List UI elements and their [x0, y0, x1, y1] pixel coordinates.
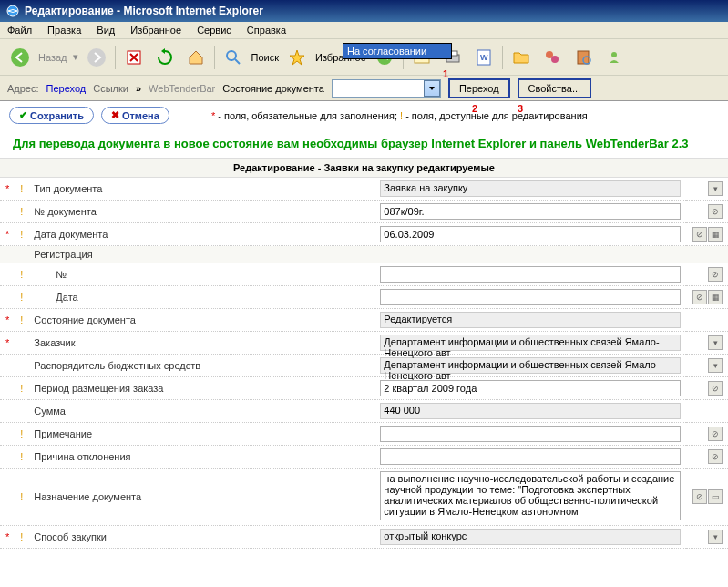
- dropdown-icon[interactable]: ▾: [708, 358, 723, 373]
- row-purpose-label: Назначение документа: [28, 469, 374, 526]
- annotation-3: 3: [518, 103, 523, 114]
- clear-icon[interactable]: ⊘: [708, 267, 723, 282]
- row-reject-label: Причина отклонения: [28, 446, 374, 469]
- stop-button[interactable]: [121, 45, 147, 70]
- row-customer-value: Департамент информации и общественных св…: [380, 335, 681, 351]
- row-budgetmgr-label: Распорядитель бюджетных средств: [28, 355, 374, 377]
- go-button[interactable]: Переход: [448, 78, 510, 98]
- row-period-label: Период размещения заказа: [28, 377, 374, 400]
- dropdown-arrow-icon[interactable]: [424, 80, 440, 97]
- svg-point-12: [551, 56, 559, 63]
- menu-tools[interactable]: Сервис: [197, 25, 231, 36]
- menu-view[interactable]: Вид: [97, 25, 115, 36]
- calendar-icon[interactable]: ▦: [708, 290, 723, 304]
- row-purpose-input[interactable]: [380, 471, 681, 520]
- clear-icon[interactable]: ⊘: [708, 427, 723, 441]
- webtenderbar-label[interactable]: WebTenderBar: [149, 83, 215, 94]
- notice-text: Для перевода документа в новое состояние…: [0, 129, 728, 158]
- cancel-button[interactable]: ✖Отмена: [101, 107, 169, 124]
- clear-icon[interactable]: ⊘: [692, 489, 707, 504]
- annotation-1: 1: [443, 68, 448, 79]
- row-state-label: Состояние документа: [28, 309, 374, 332]
- state-dropdown-list[interactable]: На согласовании: [343, 43, 452, 59]
- svg-point-4: [227, 51, 236, 60]
- row-method-value: открытый конкурс: [380, 529, 681, 545]
- row-regnum-input[interactable]: [380, 266, 681, 283]
- row-note-input[interactable]: [380, 426, 681, 442]
- properties-button[interactable]: Свойства...: [518, 78, 591, 98]
- row-budgetmgr-value: Департамент информации и общественных св…: [380, 357, 681, 374]
- content-area: ✔Сохранить ✖Отмена * - поля, обязательны…: [0, 101, 728, 549]
- svg-point-15: [611, 52, 617, 57]
- save-button[interactable]: ✔Сохранить: [9, 107, 94, 124]
- back-label[interactable]: Назад: [38, 52, 67, 63]
- calendar-icon[interactable]: ▦: [708, 227, 723, 242]
- menubar: Файл Правка Вид Избранное Сервис Справка: [0, 22, 728, 39]
- row-docnum-label: № документа: [28, 201, 374, 223]
- titlebar: Редактирование - Microsoft Internet Expl…: [0, 0, 728, 22]
- row-sum-label: Сумма: [28, 400, 374, 423]
- search-button[interactable]: [220, 45, 246, 70]
- forward-button[interactable]: [84, 45, 109, 70]
- dropdown-item[interactable]: На согласовании: [347, 46, 426, 57]
- window-title: Редактирование - Microsoft Internet Expl…: [25, 5, 263, 17]
- row-note-label: Примечание: [28, 423, 374, 446]
- expand-icon[interactable]: ▭: [708, 489, 723, 504]
- state-label: Состояние документа: [222, 83, 324, 94]
- back-button[interactable]: [7, 45, 33, 70]
- menu-favorites[interactable]: Избранное: [130, 25, 181, 36]
- row-state-value: Редактируется: [380, 312, 681, 328]
- form-table: *!Тип документаЗаявка на закупку▾ !№ док…: [0, 178, 728, 549]
- svg-point-2: [87, 48, 106, 67]
- row-regnum-label: №: [28, 263, 374, 286]
- perehod-link[interactable]: Переход: [46, 83, 87, 94]
- row-regdate-input[interactable]: [380, 289, 681, 305]
- dropdown-icon[interactable]: ▾: [708, 335, 723, 350]
- row-customer-label: Заказчик: [28, 332, 374, 355]
- row-period-input[interactable]: [380, 380, 681, 396]
- home-button[interactable]: [183, 45, 209, 70]
- svg-text:W: W: [480, 53, 488, 62]
- address-label: Адрес:: [7, 83, 39, 94]
- annotation-2: 2: [472, 103, 477, 114]
- row-regdate-label: Дата: [28, 286, 374, 309]
- dropdown-icon[interactable]: ▾: [708, 530, 723, 544]
- refresh-button[interactable]: [152, 45, 178, 70]
- menu-file[interactable]: Файл: [7, 25, 32, 36]
- row-docdate-input[interactable]: [380, 226, 681, 242]
- address-bar: Адрес: Переход Ссылки » WebTenderBar Сос…: [0, 76, 728, 101]
- messenger-icon[interactable]: [601, 45, 627, 70]
- menu-help[interactable]: Справка: [247, 25, 286, 36]
- clear-icon[interactable]: ⊘: [708, 381, 723, 396]
- action-bar: ✔Сохранить ✖Отмена * - поля, обязательны…: [0, 101, 728, 129]
- clear-icon[interactable]: ⊘: [692, 290, 707, 304]
- row-doctype-value: Заявка на закупку: [380, 180, 681, 197]
- clear-icon[interactable]: ⊘: [692, 227, 707, 242]
- clear-icon[interactable]: ⊘: [708, 449, 723, 464]
- row-method-label: Способ закупки: [28, 526, 374, 549]
- row-docdate-label: Дата документа: [28, 223, 374, 246]
- ie-icon: [5, 4, 20, 18]
- folder-icon[interactable]: [508, 45, 534, 70]
- state-combo[interactable]: [332, 79, 441, 98]
- row-sum-value: 440 000: [380, 403, 681, 419]
- row-docnum-input[interactable]: [380, 203, 681, 220]
- edit-button[interactable]: W: [471, 45, 497, 70]
- dropdown-icon[interactable]: ▾: [708, 181, 723, 196]
- menu-edit[interactable]: Правка: [47, 25, 81, 36]
- row-doctype-label: Тип документа: [28, 178, 374, 201]
- clear-icon[interactable]: ⊘: [708, 204, 723, 219]
- section-title: Редактирование - Заявки на закупку редак…: [0, 158, 728, 178]
- favorites-button[interactable]: [284, 45, 310, 70]
- research-icon[interactable]: [570, 45, 596, 70]
- legend: * - поля, обязательные для заполнения; !…: [211, 110, 588, 121]
- row-reject-input[interactable]: [380, 448, 681, 465]
- svg-point-1: [11, 48, 29, 67]
- search-label[interactable]: Поиск: [251, 52, 279, 63]
- row-registration-label: Регистрация: [28, 246, 728, 263]
- links-label[interactable]: Ссылки: [93, 83, 128, 94]
- discuss-icon[interactable]: [539, 45, 565, 70]
